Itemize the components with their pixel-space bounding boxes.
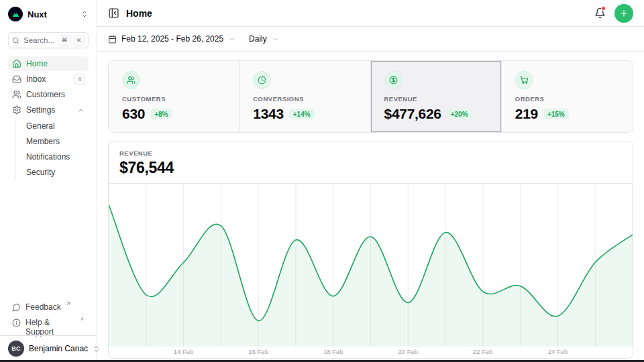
sidebar-item-security[interactable]: Security	[23, 165, 89, 180]
chart-title: REVENUE	[119, 149, 622, 157]
dollar-circle-icon	[384, 71, 402, 89]
chart-current-value: $76,544	[119, 159, 622, 177]
chevron-down-icon	[228, 36, 235, 43]
stat-delta-badge: +8%	[150, 109, 172, 119]
users-icon	[122, 71, 140, 89]
sidebar-item-label: Customers	[26, 90, 65, 99]
chart-header: REVENUE $76,544	[109, 141, 633, 184]
page-title: Home	[126, 8, 152, 19]
sub-item-label: Notifications	[26, 152, 70, 162]
sub-item-label: Members	[26, 137, 60, 146]
sidebar-item-general[interactable]: General	[23, 119, 89, 133]
workspace-expand-button[interactable]	[80, 10, 89, 18]
inbox-count-badge: 4	[74, 74, 85, 84]
sidebar-item-home[interactable]: Home	[8, 56, 89, 71]
stat-value: $477,626	[384, 106, 441, 122]
date-range-value: Feb 12, 2025 - Feb 26, 2025	[121, 34, 223, 44]
stat-card-conversions[interactable]: CONVERSIONS 1343 +14%	[239, 61, 370, 132]
granularity-value: Daily	[249, 34, 267, 44]
main-area: Home Feb 12, 2025 - Feb 26, 2025	[97, 0, 644, 362]
x-axis-label: 18 Feb	[323, 348, 343, 355]
page-header: Home	[97, 0, 644, 27]
stat-card-orders[interactable]: ORDERS 219 +15%	[502, 61, 633, 132]
stat-card-customers[interactable]: CUSTOMERS 630 +8%	[109, 61, 239, 132]
message-circle-icon	[12, 303, 21, 312]
app-window: Nuxt ⌘ K Home Inb	[0, 0, 644, 362]
plus-icon	[619, 9, 629, 18]
sidebar: Nuxt ⌘ K Home Inb	[0, 0, 97, 362]
kbd-k: K	[74, 35, 85, 46]
add-button[interactable]	[614, 4, 633, 23]
stat-delta-badge: +20%	[447, 109, 472, 119]
avatar: BC	[8, 341, 24, 357]
sub-item-label: Security	[26, 168, 55, 177]
info-icon	[12, 318, 21, 327]
inbox-icon	[12, 74, 21, 84]
granularity-select[interactable]: Daily	[249, 34, 279, 44]
workspace-name: Nuxt	[28, 9, 47, 19]
sidebar-item-settings[interactable]: Settings	[8, 103, 89, 117]
external-link-icon	[79, 316, 85, 322]
stat-value: 1343	[253, 106, 284, 122]
workspace-switcher[interactable]: Nuxt	[8, 6, 89, 22]
user-name: Benjamin Canac	[29, 344, 88, 353]
notification-dot	[601, 6, 606, 11]
chevrons-up-down-icon	[80, 10, 89, 18]
sub-item-label: General	[26, 121, 55, 131]
search-box[interactable]: ⌘ K	[8, 32, 89, 48]
panel-left-close-icon	[108, 7, 119, 19]
nuxt-logo-icon	[8, 7, 23, 21]
users-icon	[12, 90, 21, 99]
stat-value: 219	[515, 106, 538, 122]
revenue-area-chart[interactable]	[109, 184, 633, 347]
stat-card-revenue[interactable]: REVENUE $477,626 +20%	[371, 61, 502, 132]
stat-label: CONVERSIONS	[253, 95, 356, 103]
sidebar-item-label: Settings	[26, 105, 55, 115]
x-axis-label: 22 Feb	[473, 348, 493, 355]
sidebar-item-label: Inbox	[26, 74, 46, 84]
sidebar-footer: Feedback Help & Support	[8, 300, 89, 335]
x-axis-label: 14 Feb	[174, 348, 194, 355]
home-icon	[12, 59, 21, 68]
pie-chart-icon	[253, 71, 271, 89]
x-axis-label: 24 Feb	[548, 348, 568, 355]
user-menu[interactable]: BC Benjamin Canac	[0, 335, 97, 362]
external-link-icon	[66, 301, 71, 306]
footer-item-label: Feedback	[25, 302, 61, 312]
page-content: CUSTOMERS 630 +8% CONVERSIONS 1343 +14%	[97, 52, 644, 362]
sidebar-nav: Home Inbox 4 Customers Settings	[8, 56, 89, 180]
search-input[interactable]	[22, 36, 55, 45]
sidebar-item-inbox[interactable]: Inbox 4	[8, 72, 89, 86]
filter-toolbar: Feb 12, 2025 - Feb 26, 2025 Daily	[97, 27, 644, 52]
help-support-link[interactable]: Help & Support	[8, 316, 89, 330]
calendar-icon	[108, 35, 117, 44]
area-chart-svg	[109, 184, 633, 347]
kbd-cmd: ⌘	[58, 35, 71, 46]
sidebar-item-notifications[interactable]: Notifications	[23, 149, 89, 164]
stat-delta-badge: +15%	[543, 109, 569, 119]
date-range-picker[interactable]: Feb 12, 2025 - Feb 26, 2025	[108, 34, 235, 44]
cart-icon	[515, 71, 533, 89]
x-axis-label: 16 Feb	[248, 348, 268, 355]
footer-item-label: Help & Support	[25, 318, 74, 337]
sidebar-item-members[interactable]: Members	[23, 134, 89, 149]
search-icon	[12, 37, 19, 44]
stat-label: REVENUE	[384, 95, 488, 103]
sidebar-item-label: Home	[26, 59, 48, 68]
stat-label: CUSTOMERS	[122, 95, 225, 103]
stat-label: ORDERS	[515, 95, 619, 103]
sidebar-collapse-button[interactable]	[108, 7, 119, 19]
feedback-link[interactable]: Feedback	[8, 300, 89, 315]
gear-icon	[12, 105, 21, 115]
stat-delta-badge: +14%	[289, 109, 315, 119]
settings-sub-list: General Members Notifications Security	[15, 119, 89, 180]
notifications-button[interactable]	[594, 7, 606, 19]
stat-value: 630	[122, 106, 145, 122]
sidebar-item-customers[interactable]: Customers	[8, 87, 89, 102]
header-actions	[594, 4, 633, 23]
revenue-chart-card: REVENUE $76,544 14 Feb16 Feb18 Feb20 Feb…	[108, 141, 633, 359]
chevron-up-icon	[77, 107, 85, 114]
x-axis-label: 20 Feb	[398, 348, 418, 355]
chevron-down-icon	[272, 36, 279, 43]
x-axis: 14 Feb16 Feb18 Feb20 Feb22 Feb24 Feb	[109, 347, 633, 358]
